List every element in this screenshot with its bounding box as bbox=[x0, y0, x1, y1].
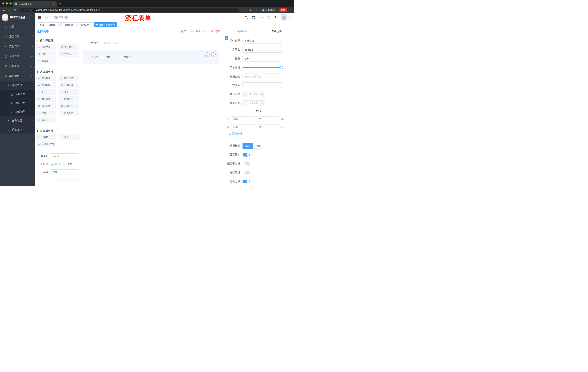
show-label-toggle[interactable] bbox=[242, 153, 250, 157]
window-zoom-button[interactable] bbox=[10, 2, 12, 5]
back-button[interactable]: ← bbox=[2, 8, 5, 12]
component-chip-radio-group[interactable]: ◉单选框组 bbox=[36, 83, 56, 88]
sidebar-item-home[interactable]: ⌂ 首页 bbox=[0, 22, 35, 32]
stepper-minus-button[interactable]: − bbox=[243, 92, 248, 97]
delete-component-button[interactable] bbox=[211, 53, 216, 57]
bookmark-star-icon[interactable]: ☆ bbox=[255, 8, 258, 12]
component-chip-counter[interactable]: 123计数器 bbox=[59, 51, 79, 57]
tag-home[interactable]: 首页 bbox=[38, 22, 46, 27]
status-closed-radio[interactable] bbox=[63, 163, 66, 166]
stepper-plus-button[interactable]: + bbox=[260, 101, 265, 106]
user-avatar[interactable] bbox=[281, 14, 287, 21]
browser-menu-button[interactable]: ⋮ bbox=[289, 9, 292, 11]
component-chip-checkbox-group[interactable]: ☑多选框组 bbox=[59, 83, 79, 88]
style-default-button[interactable]: 默认 bbox=[242, 143, 253, 149]
option-1-value-input[interactable] bbox=[257, 117, 280, 122]
component-chip-rate[interactable]: ☆评分 bbox=[36, 110, 56, 116]
tab-component-props[interactable]: 组件属性 bbox=[224, 28, 259, 35]
stepper-minus-button[interactable]: − bbox=[243, 101, 248, 106]
title-input[interactable] bbox=[242, 56, 282, 62]
stepper-placeholder[interactable]: 最多可选 bbox=[248, 101, 260, 106]
form-name-input[interactable] bbox=[51, 153, 79, 159]
reload-button[interactable]: ↻ bbox=[13, 8, 16, 12]
github-icon[interactable] bbox=[252, 16, 255, 19]
component-chip-editor[interactable]: ✎编辑器 bbox=[36, 58, 56, 64]
component-type-select[interactable] bbox=[242, 38, 282, 44]
breadcrumb-home[interactable]: 首页 bbox=[44, 16, 49, 19]
field-name-input[interactable] bbox=[242, 47, 282, 53]
clear-button[interactable]: 清空 bbox=[211, 30, 220, 33]
tab-form-props[interactable]: 表单属性 bbox=[259, 28, 294, 35]
sidebar-item-process-form[interactable]: ▤ 流程表单 bbox=[0, 90, 35, 99]
sidebar-item-workflow[interactable]: ▣ 工作流程 bbox=[0, 71, 35, 81]
component-chip-slider[interactable]: ⊸滑块 bbox=[59, 89, 79, 95]
component-chip-upload[interactable]: ↥上传 bbox=[36, 117, 56, 122]
component-chip-switch[interactable]: ◐开关 bbox=[36, 89, 56, 95]
sidebar-item-infra[interactable]: ▤ 基础设施 bbox=[0, 51, 35, 61]
status-open-label[interactable]: 开启 bbox=[55, 162, 60, 166]
label-width-input[interactable] bbox=[242, 74, 282, 79]
form-canvas[interactable]: * 手机号 bbox=[81, 35, 224, 186]
sidebar-item-payment[interactable]: ¥ 支付管理 bbox=[0, 42, 35, 51]
sidebar-item-process-mgmt[interactable]: ≡ 流程管理 bbox=[0, 81, 35, 90]
tag-process-definition[interactable]: 流程定义 × bbox=[47, 22, 62, 27]
update-button[interactable]: 更新 bbox=[279, 8, 287, 12]
component-chip-select[interactable]: ◎下拉选择 bbox=[36, 75, 56, 81]
option-1-label-input[interactable] bbox=[231, 117, 256, 122]
option-2-value-input[interactable] bbox=[257, 124, 280, 130]
browser-tab[interactable]: 芋道管理系统 × bbox=[13, 1, 57, 7]
default-value-input[interactable] bbox=[242, 83, 282, 88]
link-fab-button[interactable] bbox=[225, 36, 228, 40]
form-grid-slider[interactable] bbox=[242, 65, 282, 70]
window-minimize-button[interactable] bbox=[6, 2, 8, 5]
canvas-field-gender[interactable]: * 性别 选项一 选项二 bbox=[83, 50, 219, 64]
stepper-placeholder[interactable]: 至少应选 bbox=[248, 92, 260, 97]
disabled-toggle[interactable] bbox=[242, 171, 250, 174]
sidebar-item-user-group[interactable]: ☻ 用户分组 bbox=[0, 99, 35, 107]
tab-close-icon[interactable]: × bbox=[53, 2, 55, 5]
drag-handle-icon[interactable] bbox=[227, 118, 230, 121]
status-closed-label[interactable]: 关闭 bbox=[67, 162, 73, 166]
tag-close-icon[interactable]: × bbox=[74, 24, 76, 26]
option-2-label-input[interactable] bbox=[231, 124, 256, 130]
security-label[interactable]: 不安全 bbox=[26, 9, 33, 12]
copy-component-button[interactable] bbox=[205, 53, 210, 57]
forward-button[interactable]: → bbox=[8, 8, 11, 12]
required-toggle[interactable] bbox=[242, 180, 250, 183]
remove-option-icon[interactable]: ⊖ bbox=[281, 118, 284, 121]
component-chip-row-container[interactable]: ◫行容器 bbox=[36, 135, 56, 140]
add-option-button[interactable]: ⊕ 添加选项 bbox=[229, 132, 294, 135]
component-chip-multi-text[interactable]: ▤多行文本 bbox=[59, 44, 79, 50]
password-key-icon[interactable] bbox=[249, 8, 252, 12]
component-chip-color-picker[interactable]: ◒颜色选择 bbox=[59, 110, 79, 116]
sidebar-item-system[interactable]: ⚙ 系统管理 bbox=[0, 32, 35, 42]
component-chip-cascader[interactable]: ⋔级联选择 bbox=[59, 75, 79, 81]
remark-textarea[interactable]: 嘿嘿 bbox=[51, 170, 79, 181]
help-icon[interactable]: ? bbox=[259, 16, 263, 19]
sidebar-item-devtools[interactable]: ⚒ 研发工具 bbox=[0, 61, 35, 71]
avatar-caret-icon[interactable]: ▾ bbox=[289, 16, 290, 19]
window-close-button[interactable] bbox=[2, 2, 4, 5]
view-json-button[interactable]: 查看json bbox=[191, 30, 205, 33]
hamburger-menu-button[interactable] bbox=[38, 16, 41, 19]
phone-input[interactable] bbox=[101, 40, 219, 46]
sidebar-item-process-model[interactable]: ✈ 流程模型 bbox=[0, 107, 35, 116]
fullscreen-icon[interactable] bbox=[266, 16, 270, 19]
canvas-field-phone[interactable]: * 手机号 bbox=[83, 40, 219, 46]
component-chip-time-range[interactable]: ◔时间范围 bbox=[59, 96, 79, 102]
remove-option-icon[interactable]: ⊖ bbox=[281, 126, 284, 129]
component-chip-table[interactable]: ▦表格[开发中] bbox=[36, 141, 56, 147]
gender-option-2-checkbox[interactable]: 选项二 bbox=[119, 56, 131, 59]
component-chip-password[interactable]: ⊟密码 bbox=[36, 51, 56, 57]
tag-close-icon[interactable]: × bbox=[114, 24, 115, 26]
new-tab-button[interactable]: + bbox=[59, 1, 61, 5]
tag-process-model[interactable]: 流程模型 × bbox=[63, 22, 77, 27]
border-toggle[interactable] bbox=[242, 162, 250, 165]
slider-handle[interactable] bbox=[280, 66, 283, 69]
tag-process-form-edit[interactable]: 流程表单-编辑 × bbox=[94, 22, 117, 27]
drag-handle-icon[interactable] bbox=[227, 126, 230, 128]
stepper-plus-button[interactable]: + bbox=[260, 92, 265, 97]
component-chip-date-range[interactable]: ▩日期范围 bbox=[59, 103, 79, 109]
sidebar-item-leave-query[interactable]: ☺ 请假查询 bbox=[0, 125, 35, 134]
address-bar[interactable]: ⚠ 不安全 dashboard.yudao.iocoder.cn/bpm/man… bbox=[20, 8, 239, 12]
